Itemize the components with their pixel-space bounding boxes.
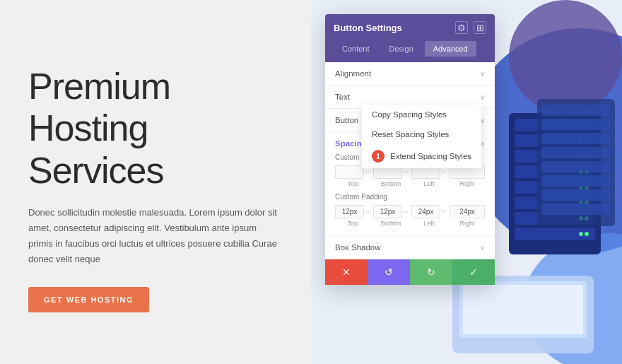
- margin-top-field: ↔ Top: [335, 165, 370, 187]
- padding-right-label: Right: [459, 220, 474, 227]
- padding-top-input[interactable]: [335, 205, 364, 218]
- panel-actions: ✕ ↺ ↻ ✓: [325, 259, 495, 285]
- tab-design[interactable]: Design: [381, 41, 422, 57]
- button-title: Button: [335, 116, 358, 124]
- box-shadow-chevron: ∨: [480, 244, 485, 252]
- margin-right-field: Right: [450, 165, 485, 187]
- main-heading: Premium Hosting Services: [28, 66, 283, 192]
- text-title: Text: [335, 93, 350, 101]
- confirm-button[interactable]: ✓: [452, 259, 495, 285]
- margin-top-input[interactable]: [335, 165, 364, 179]
- alignment-title: Alignment: [335, 69, 371, 78]
- svg-rect-31: [541, 119, 611, 130]
- margin-left-field: ↔ Left: [411, 165, 447, 187]
- text-chevron: ∨: [480, 93, 485, 101]
- extend-badge: 1: [372, 150, 385, 163]
- expand-icon[interactable]: ⊞: [474, 21, 486, 34]
- padding-left-label: Left: [423, 220, 434, 227]
- redo-button[interactable]: ↻: [410, 259, 452, 285]
- text-header[interactable]: Text ∨: [335, 93, 485, 101]
- svg-rect-30: [541, 105, 611, 116]
- svg-rect-37: [541, 204, 611, 215]
- svg-point-28: [579, 232, 583, 236]
- right-panel: Button Settings ⚙ ⊞ Content Design Advan…: [311, 0, 622, 364]
- heading-line2: Hosting Services: [28, 107, 163, 191]
- svg-rect-35: [541, 175, 611, 187]
- panel-title: Button Settings: [334, 23, 402, 33]
- margin-top-link: ↔: [365, 169, 370, 175]
- panel-header-icons: ⚙ ⊞: [455, 21, 486, 34]
- copy-spacing-label: Copy Spacing Styles: [372, 110, 447, 119]
- custom-padding-group: Custom Padding ↔ Top ↔: [335, 193, 485, 227]
- context-menu: Copy Spacing Styles Reset Spacing Styles…: [362, 105, 481, 168]
- margin-top-label: Top: [348, 180, 358, 187]
- extend-spacing-label: Extend Spacing Styles: [390, 152, 471, 160]
- cancel-button[interactable]: ✕: [325, 259, 368, 285]
- left-panel: Premium Hosting Services Donec sollicitu…: [0, 0, 311, 364]
- svg-point-27: [585, 232, 589, 236]
- settings-icon[interactable]: ⚙: [455, 21, 468, 34]
- reset-spacing-label: Reset Spacing Styles: [372, 130, 449, 139]
- padding-top-link: ↔: [365, 209, 370, 215]
- alignment-section: Alignment ∨: [325, 62, 495, 86]
- svg-rect-32: [541, 133, 611, 144]
- heading-line1: Premium: [28, 66, 170, 107]
- tab-advanced[interactable]: Advanced: [425, 41, 476, 57]
- body-text: Donec sollicitudin molestie malesuada. L…: [28, 205, 283, 267]
- reset-spacing-styles-item[interactable]: Reset Spacing Styles: [362, 124, 481, 144]
- padding-left-input[interactable]: [411, 205, 440, 218]
- margin-left-link: ↔: [441, 169, 447, 175]
- padding-bottom-input[interactable]: [373, 205, 402, 218]
- padding-bottom-label: Bottom: [381, 220, 401, 227]
- custom-padding-label: Custom Padding: [335, 193, 485, 201]
- padding-left-field: ↔ Left: [411, 205, 447, 227]
- panel-tabs: Content Design Advanced: [325, 41, 495, 62]
- padding-right-input[interactable]: [450, 205, 485, 218]
- margin-bottom-link: ↔: [403, 169, 409, 175]
- box-shadow-header[interactable]: Box Shadow ∨: [335, 243, 485, 252]
- margin-bottom-label: Bottom: [381, 180, 401, 187]
- undo-button[interactable]: ↺: [368, 259, 410, 285]
- extend-spacing-styles-item[interactable]: 1 Extend Spacing Styles: [362, 144, 481, 168]
- svg-rect-40: [463, 285, 583, 334]
- svg-rect-33: [541, 147, 611, 158]
- svg-point-3: [509, 0, 622, 113]
- tab-content[interactable]: Content: [334, 41, 378, 57]
- cta-button[interactable]: GET WEB HOSTING: [28, 287, 149, 312]
- svg-rect-34: [541, 161, 611, 172]
- padding-fields: ↔ Top ↔ Bottom: [335, 205, 485, 227]
- padding-left-link: ↔: [441, 209, 447, 215]
- alignment-header[interactable]: Alignment ∨: [335, 69, 485, 78]
- alignment-chevron: ∨: [480, 70, 485, 78]
- copy-spacing-styles-item[interactable]: Copy Spacing Styles: [362, 105, 481, 124]
- svg-rect-36: [541, 189, 611, 201]
- margin-fields: ↔ Top ↔ Bottom: [335, 165, 485, 187]
- margin-right-label: Right: [459, 180, 474, 187]
- panel-header: Button Settings ⚙ ⊞: [325, 14, 495, 41]
- padding-bottom-link: ↔: [403, 209, 409, 215]
- padding-right-field: Right: [450, 205, 485, 227]
- padding-bottom-field: ↔ Bottom: [373, 205, 409, 227]
- box-shadow-section: Box Shadow ∨: [325, 236, 495, 259]
- padding-top-label: Top: [348, 220, 358, 227]
- box-shadow-title: Box Shadow: [335, 243, 381, 252]
- padding-top-field: ↔ Top: [335, 205, 370, 227]
- margin-bottom-field: ↔ Bottom: [373, 165, 409, 187]
- margin-left-label: Left: [423, 180, 434, 187]
